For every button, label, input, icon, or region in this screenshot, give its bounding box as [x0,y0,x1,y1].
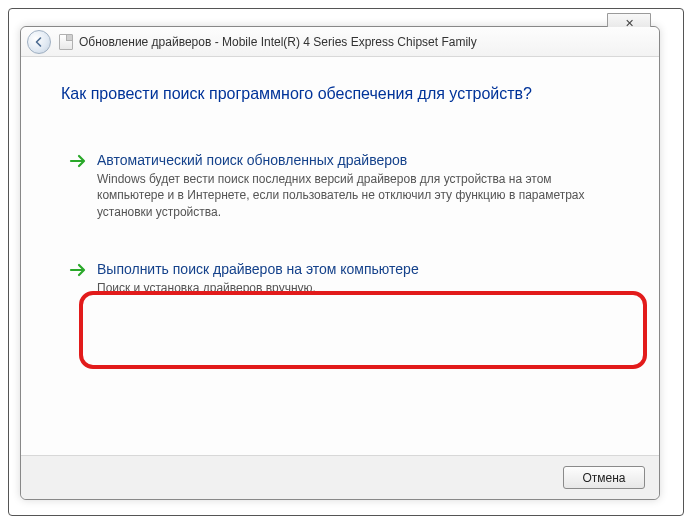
document-icon [59,34,73,50]
option-desc: Windows будет вести поиск последних верс… [97,171,611,220]
option-desc: Поиск и установка драйверов вручную. [97,280,611,296]
page-heading: Как провести поиск программного обеспече… [61,85,619,103]
option-auto-search[interactable]: Автоматический поиск обновленных драйвер… [61,141,619,234]
arrow-right-icon [69,261,87,279]
option-browse-computer[interactable]: Выполнить поиск драйверов на этом компью… [61,250,619,310]
titlebar: Обновление драйверов - Mobile Intel(R) 4… [21,27,659,57]
driver-update-wizard: ✕ Обновление драйверов - Mobile Intel(R)… [20,26,660,500]
footer: Отмена [21,455,659,499]
back-button[interactable] [27,30,51,54]
content-area: Как провести поиск программного обеспече… [21,57,659,310]
arrow-right-icon [69,152,87,170]
option-title: Автоматический поиск обновленных драйвер… [97,151,611,169]
option-title: Выполнить поиск драйверов на этом компью… [97,260,611,278]
back-arrow-icon [33,36,45,48]
window-title: Обновление драйверов - Mobile Intel(R) 4… [79,35,477,49]
cancel-button[interactable]: Отмена [563,466,645,489]
